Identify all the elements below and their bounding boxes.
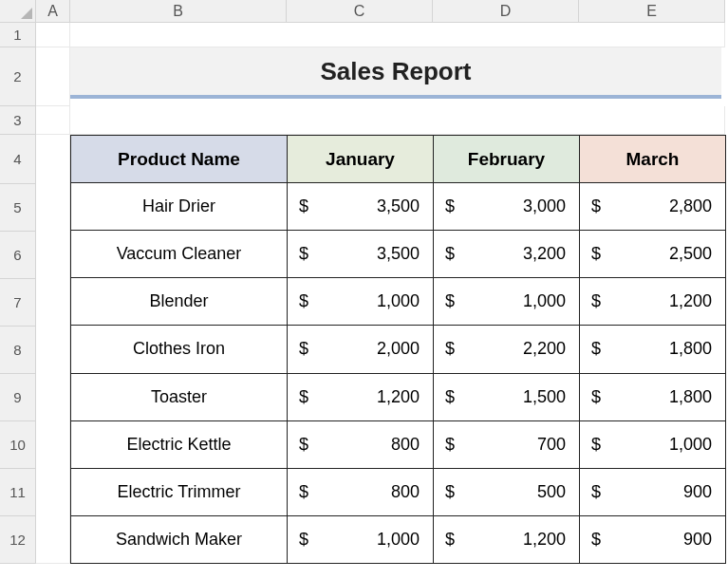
amount-value: 1,200: [377, 387, 420, 407]
cell-jan[interactable]: $2,000: [288, 326, 434, 373]
currency-symbol: $: [591, 196, 601, 216]
amount-value: 1,200: [669, 291, 712, 311]
currency-symbol: $: [299, 530, 308, 550]
cell-jan[interactable]: $3,500: [288, 183, 434, 231]
cell-mar[interactable]: $900: [580, 468, 726, 515]
table-row: Electric Trimmer$800$500$900: [71, 468, 726, 515]
cell[interactable]: [36, 106, 70, 135]
select-all-corner[interactable]: [0, 0, 36, 23]
header-february[interactable]: February: [434, 136, 580, 183]
cell-mar[interactable]: $1,200: [580, 278, 726, 326]
header-january[interactable]: January: [288, 136, 434, 183]
currency-symbol: $: [591, 435, 601, 455]
cell[interactable]: [70, 23, 725, 47]
cell-mar[interactable]: $1,000: [580, 420, 726, 468]
cell-feb[interactable]: $3,000: [434, 183, 580, 231]
amount-value: 800: [391, 482, 420, 502]
cell[interactable]: [36, 135, 70, 564]
cell-feb[interactable]: $2,200: [434, 326, 580, 373]
currency-symbol: $: [591, 291, 601, 311]
cell-feb[interactable]: $1,200: [434, 515, 580, 563]
cell-mar[interactable]: $2,800: [580, 183, 726, 231]
cell-mar[interactable]: $2,500: [580, 231, 726, 278]
report-title: Sales Report: [321, 57, 472, 86]
cell-jan[interactable]: $800: [288, 468, 434, 515]
cell-product-name[interactable]: Hair Drier: [71, 183, 288, 231]
amount-value: 2,800: [669, 196, 712, 216]
title-merged-cell[interactable]: Sales Report: [70, 47, 721, 99]
amount-value: 900: [683, 482, 712, 502]
cell-feb[interactable]: $3,200: [434, 231, 580, 278]
col-header-E[interactable]: E: [579, 0, 725, 23]
currency-symbol: $: [445, 387, 455, 407]
currency-symbol: $: [445, 196, 455, 216]
table-row: Sandwich Maker$1,000$1,200$900: [71, 515, 726, 563]
amount-value: 1,000: [377, 291, 420, 311]
currency-symbol: $: [591, 482, 601, 502]
amount-value: 1,800: [669, 387, 712, 407]
row-header-12[interactable]: 12: [0, 516, 36, 564]
cell-product-name[interactable]: Toaster: [71, 373, 288, 420]
cell-product-name[interactable]: Clothes Iron: [71, 326, 288, 373]
currency-symbol: $: [445, 339, 455, 359]
cell-product-name[interactable]: Electric Kettle: [71, 420, 288, 468]
col-header-A[interactable]: A: [36, 0, 70, 23]
currency-symbol: $: [591, 339, 601, 359]
row-header-6[interactable]: 6: [0, 232, 36, 279]
amount-value: 500: [537, 482, 566, 502]
amount-value: 3,200: [523, 244, 566, 264]
amount-value: 700: [537, 435, 566, 455]
header-march[interactable]: March: [580, 136, 726, 183]
currency-symbol: $: [445, 291, 455, 311]
row-header-11[interactable]: 11: [0, 469, 36, 516]
cell-jan[interactable]: $1,000: [288, 278, 434, 326]
cell-feb[interactable]: $1,000: [434, 278, 580, 326]
row-header-5[interactable]: 5: [0, 184, 36, 232]
row-header-7[interactable]: 7: [0, 279, 36, 327]
table-row: Electric Kettle$800$700$1,000: [71, 420, 726, 468]
currency-symbol: $: [445, 482, 455, 502]
cell-jan[interactable]: $1,000: [288, 515, 434, 563]
amount-value: 1,200: [523, 530, 566, 550]
cell[interactable]: [36, 23, 70, 47]
cell-feb[interactable]: $500: [434, 468, 580, 515]
col-header-C[interactable]: C: [287, 0, 433, 23]
cell-feb[interactable]: $1,500: [434, 373, 580, 420]
row-header-2[interactable]: 2: [0, 47, 36, 106]
cell-product-name[interactable]: Sandwich Maker: [71, 515, 288, 563]
sales-table: Product Name January February March Hair…: [70, 135, 726, 564]
cell-jan[interactable]: $3,500: [288, 231, 434, 278]
amount-value: 1,000: [669, 435, 712, 455]
cell-product-name[interactable]: Electric Trimmer: [71, 468, 288, 515]
col-header-D[interactable]: D: [433, 0, 579, 23]
cell[interactable]: [70, 106, 725, 135]
col-header-B[interactable]: B: [70, 0, 287, 23]
data-table-region: Product Name January February March Hair…: [70, 135, 725, 564]
row-header-9[interactable]: 9: [0, 374, 36, 421]
currency-symbol: $: [299, 482, 308, 502]
currency-symbol: $: [591, 387, 601, 407]
spreadsheet-grid: A B C D E 1 2 Sales Report 3 4 5 6 7 8 9…: [0, 0, 728, 564]
cell-mar[interactable]: $1,800: [580, 326, 726, 373]
currency-symbol: $: [591, 244, 601, 264]
cell-jan[interactable]: $800: [288, 420, 434, 468]
row-header-3[interactable]: 3: [0, 106, 36, 135]
table-header-row: Product Name January February March: [71, 136, 726, 183]
table-row: Hair Drier$3,500$3,000$2,800: [71, 183, 726, 231]
row-header-10[interactable]: 10: [0, 421, 36, 469]
table-row: Blender$1,000$1,000$1,200: [71, 278, 726, 326]
currency-symbol: $: [299, 387, 308, 407]
row-header-8[interactable]: 8: [0, 327, 36, 374]
cell-product-name[interactable]: Blender: [71, 278, 288, 326]
amount-value: 2,200: [523, 339, 566, 359]
cell[interactable]: [36, 47, 70, 106]
row-header-4[interactable]: 4: [0, 135, 36, 184]
cell-feb[interactable]: $700: [434, 420, 580, 468]
cell-product-name[interactable]: Vaccum Cleaner: [71, 231, 288, 278]
cell-mar[interactable]: $900: [580, 515, 726, 563]
row-header-1[interactable]: 1: [0, 23, 36, 47]
header-product-name[interactable]: Product Name: [71, 136, 288, 183]
amount-value: 3,000: [523, 196, 566, 216]
cell-mar[interactable]: $1,800: [580, 373, 726, 420]
cell-jan[interactable]: $1,200: [288, 373, 434, 420]
